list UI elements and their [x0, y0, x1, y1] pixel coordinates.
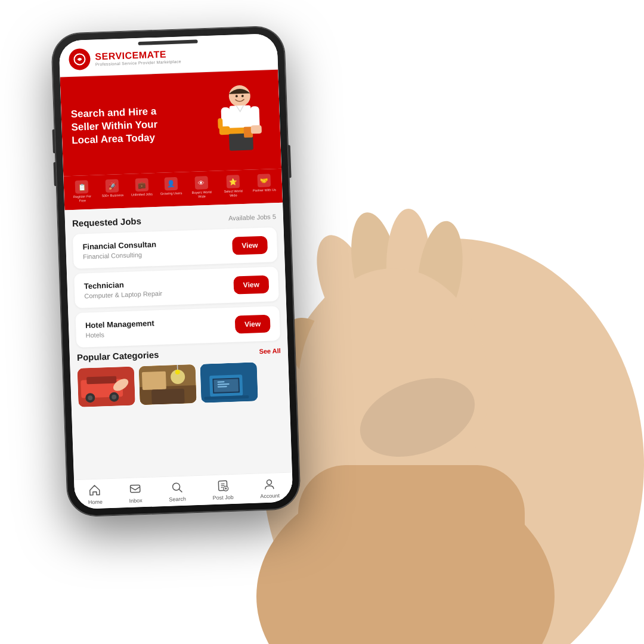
svg-point-3: [343, 209, 408, 328]
category-card-tech[interactable]: [200, 363, 258, 403]
view-hotel-button[interactable]: View: [235, 315, 271, 334]
category-card-auto[interactable]: [78, 367, 135, 407]
nav-label-home: Home: [88, 499, 103, 506]
job-card-technician: Technician Computer & Laptop Repair View: [74, 267, 279, 308]
nav-item-home[interactable]: Home: [88, 484, 103, 506]
feature-partner: 🤝 Partner With Us: [252, 174, 276, 197]
volume-up-button: [52, 129, 55, 153]
job-card-hotel: Hotel Management Hotels View: [75, 306, 280, 348]
svg-point-5: [411, 218, 469, 328]
nav-item-inbox[interactable]: Inbox: [128, 482, 142, 504]
post-job-icon: [216, 479, 229, 494]
svg-line-48: [179, 489, 182, 492]
buyers-icon: 👁: [194, 176, 208, 190]
job-subtitle-technician: Computer & Laptop Repair: [84, 290, 162, 300]
register-icon: 📋: [75, 180, 89, 194]
svg-point-11: [228, 85, 250, 107]
svg-point-56: [267, 480, 272, 485]
app-name-part1: SERVICE: [95, 49, 139, 61]
nav-label-inbox: Inbox: [129, 497, 142, 504]
scene: SERVICEMATE Professional Service Provide…: [0, 0, 644, 644]
job-card-financial: Financial Consultan Financial Consulting…: [73, 227, 278, 269]
select-icon: ⭐: [226, 175, 240, 188]
worker-illustration: [209, 82, 272, 167]
app-content: SERVICEMATE Professional Service Provide…: [58, 33, 293, 509]
home-icon: [89, 484, 101, 499]
categories-scroll[interactable]: [78, 361, 283, 410]
svg-point-2: [305, 228, 387, 345]
job-subtitle-hotel: Hotels: [85, 330, 154, 339]
app-name-part2: MATE: [138, 49, 166, 60]
job-info-hotel: Hotel Management Hotels: [85, 319, 155, 339]
svg-point-0: [262, 239, 644, 644]
nav-label-account: Account: [260, 493, 280, 499]
requested-jobs-header: Requested Jobs Available Jobs 5: [72, 211, 276, 228]
logo-icon: [69, 48, 91, 70]
solutions-icon: 🚀: [106, 179, 119, 193]
popular-categories-title: Popular Categories: [77, 349, 159, 363]
logo-text: SERVICEMATE Professional Service Provide…: [95, 48, 181, 66]
svg-rect-8: [298, 465, 525, 644]
job-title-hotel: Hotel Management: [85, 319, 154, 330]
hero-banner: Search and Hire a Seller Within Your Loc…: [60, 70, 282, 177]
hero-figure: [209, 82, 271, 161]
job-info-financial: Financial Consultan Financial Consulting: [82, 240, 156, 260]
svg-rect-46: [131, 485, 140, 493]
job-info-technician: Technician Computer & Laptop Repair: [84, 279, 163, 300]
search-icon: [171, 481, 184, 496]
see-all-link[interactable]: See All: [259, 347, 281, 355]
popular-categories-section: Popular Categories See All: [77, 345, 283, 410]
job-subtitle-financial: Financial Consulting: [83, 250, 157, 260]
svg-rect-42: [213, 379, 239, 392]
job-title-financial: Financial Consultan: [82, 240, 156, 251]
svg-point-9: [349, 363, 486, 471]
nav-label-search: Search: [169, 496, 186, 503]
power-button: [288, 145, 292, 178]
job-title-technician: Technician: [84, 279, 162, 291]
partner-icon: 🤝: [257, 174, 271, 187]
feature-buyers: 👁 Buyers World Wide: [189, 176, 213, 199]
svg-rect-43: [217, 381, 224, 382]
nav-item-account[interactable]: Account: [259, 478, 280, 499]
phone-device: SERVICEMATE Professional Service Provide…: [51, 26, 301, 516]
feature-register: 📋 Register For Free: [70, 180, 94, 203]
view-financial-button[interactable]: View: [232, 236, 268, 255]
svg-rect-33: [142, 371, 166, 390]
inbox-icon: [129, 482, 142, 497]
svg-rect-25: [86, 376, 116, 385]
scroll-content[interactable]: Requested Jobs Available Jobs 5 Financia…: [64, 203, 292, 479]
hero-text: Search and Hire a Seller Within Your Loc…: [70, 104, 181, 147]
svg-point-1: [256, 477, 555, 644]
svg-rect-20: [251, 125, 262, 134]
feature-users: 👤 Growing Users: [160, 177, 182, 200]
account-icon: [264, 478, 276, 492]
svg-point-7: [298, 268, 489, 507]
volume-down-button: [53, 162, 56, 186]
nav-label-post-job: Post Job: [212, 494, 233, 501]
svg-rect-18: [218, 118, 223, 129]
available-jobs-count: Available Jobs 5: [228, 213, 276, 222]
phone-outer: SERVICEMATE Professional Service Provide…: [51, 26, 301, 516]
feature-jobs: 💼 Unlimited Jobs: [131, 178, 153, 200]
nav-item-search[interactable]: Search: [168, 481, 186, 503]
feature-solutions: 🚀 500+ Business: [101, 179, 124, 202]
requested-jobs-title: Requested Jobs: [72, 216, 141, 228]
users-icon: 👤: [164, 177, 178, 191]
svg-rect-35: [151, 389, 185, 405]
nav-item-post-job[interactable]: Post Job: [212, 479, 234, 501]
phone-screen: SERVICEMATE Professional Service Provide…: [58, 33, 293, 509]
jobs-icon: 💼: [135, 178, 148, 192]
svg-point-4: [386, 209, 431, 322]
view-technician-button[interactable]: View: [233, 275, 269, 295]
category-card-interior[interactable]: [139, 364, 197, 405]
popular-categories-header: Popular Categories See All: [77, 345, 281, 363]
feature-select: ⭐ Select World Wide: [221, 175, 245, 198]
